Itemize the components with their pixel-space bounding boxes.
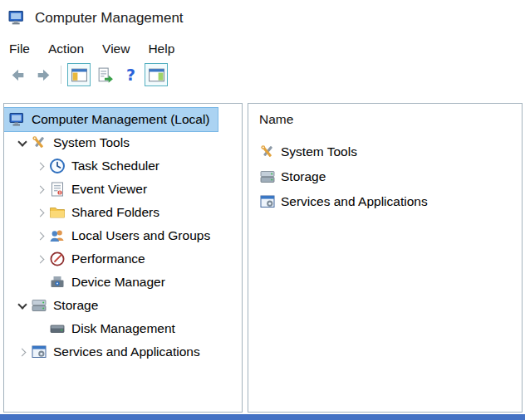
chevron-collapsed-icon[interactable] bbox=[32, 204, 49, 221]
details-item-system-tools[interactable]: System Tools bbox=[259, 139, 522, 164]
chevron-spacer bbox=[32, 320, 49, 337]
computer-management-app-icon bbox=[8, 9, 26, 27]
chevron-collapsed-icon[interactable] bbox=[32, 181, 49, 198]
tree-item-performance[interactable]: Performance bbox=[4, 247, 242, 271]
chevron-expanded-icon[interactable] bbox=[14, 134, 31, 151]
tree-item-label: Shared Folders bbox=[71, 205, 159, 220]
disk-icon bbox=[49, 320, 66, 337]
computer-icon bbox=[9, 111, 26, 128]
export-list-button[interactable] bbox=[93, 63, 116, 86]
console-tree-icon bbox=[71, 66, 88, 84]
chevron-spacer bbox=[32, 274, 49, 291]
menu-help[interactable]: Help bbox=[139, 37, 184, 61]
tree-item-label: Performance bbox=[71, 252, 145, 266]
chevron-expanded-icon[interactable] bbox=[14, 297, 31, 314]
tree-item-label: Event Viewer bbox=[71, 182, 147, 197]
clock-icon bbox=[49, 158, 66, 174]
help-button[interactable]: ? bbox=[119, 63, 142, 86]
storage-drives-icon bbox=[31, 297, 47, 314]
chevron-collapsed-icon[interactable] bbox=[32, 227, 49, 244]
back-arrow-icon bbox=[9, 66, 27, 84]
tree-item-label: Storage bbox=[53, 298, 98, 313]
performance-gauge-icon bbox=[49, 251, 66, 267]
details-pane: Name System Tools Storage Services and A… bbox=[248, 103, 523, 413]
tree-item-label: Task Scheduler bbox=[71, 159, 159, 173]
tree-item-label: Services and Applications bbox=[53, 344, 200, 359]
details-item-label: Services and Applications bbox=[281, 194, 428, 209]
tree-item-label: Local Users and Groups bbox=[71, 228, 210, 243]
forward-button[interactable] bbox=[32, 63, 55, 86]
tree-item-device-manager[interactable]: Device Manager bbox=[4, 271, 242, 294]
svg-text:?: ? bbox=[126, 66, 135, 84]
menu-action[interactable]: Action bbox=[39, 37, 93, 61]
tree-item-shared-folders[interactable]: Shared Folders bbox=[4, 201, 242, 224]
back-button[interactable] bbox=[6, 63, 29, 86]
window-bottom-edge bbox=[0, 414, 525, 420]
users-icon bbox=[49, 227, 66, 244]
tree-item-system-tools[interactable]: System Tools bbox=[4, 131, 242, 154]
toolbar: ? bbox=[0, 63, 525, 86]
show-hide-action-pane-button[interactable] bbox=[145, 63, 168, 86]
chevron-collapsed-icon[interactable] bbox=[14, 344, 31, 360]
tools-icon bbox=[259, 144, 276, 160]
export-list-icon bbox=[96, 66, 114, 84]
tree-item-local-users-and-groups[interactable]: Local Users and Groups bbox=[4, 224, 242, 247]
tools-icon bbox=[31, 134, 47, 151]
window-title: Computer Management bbox=[35, 10, 184, 27]
tree-item-label: Computer Management (Local) bbox=[32, 112, 210, 127]
console-tree-pane: Computer Management (Local) System Tools… bbox=[3, 103, 243, 413]
device-icon bbox=[49, 274, 66, 291]
menu-bar: File Action View Help bbox=[0, 37, 525, 61]
name-column-header[interactable]: Name bbox=[259, 112, 522, 127]
tree-item-label: Disk Management bbox=[71, 321, 175, 336]
action-pane-icon bbox=[148, 66, 165, 84]
forward-arrow-icon bbox=[35, 66, 52, 84]
services-icon bbox=[31, 344, 47, 360]
services-icon bbox=[259, 193, 276, 210]
tree-item-storage[interactable]: Storage bbox=[4, 294, 242, 317]
menu-view[interactable]: View bbox=[93, 37, 139, 61]
menu-file[interactable]: File bbox=[0, 37, 39, 61]
tree-item-task-scheduler[interactable]: Task Scheduler bbox=[4, 154, 242, 178]
storage-drives-icon bbox=[259, 168, 276, 185]
details-item-label: System Tools bbox=[281, 144, 357, 159]
chevron-collapsed-icon[interactable] bbox=[32, 251, 49, 267]
tree-item-label: Device Manager bbox=[71, 275, 165, 290]
tree-item-services-and-applications[interactable]: Services and Applications bbox=[4, 340, 242, 364]
help-question-icon: ? bbox=[122, 66, 140, 84]
details-item-services-and-applications[interactable]: Services and Applications bbox=[259, 189, 522, 214]
details-item-storage[interactable]: Storage bbox=[259, 164, 522, 189]
toolbar-separator bbox=[61, 66, 61, 84]
shared-folder-icon bbox=[49, 204, 66, 221]
details-item-label: Storage bbox=[281, 169, 326, 184]
chevron-collapsed-icon[interactable] bbox=[32, 158, 49, 174]
title-bar: Computer Management bbox=[0, 0, 525, 27]
tree-item-computer-management-local[interactable]: Computer Management (Local) bbox=[4, 108, 218, 131]
event-log-icon bbox=[49, 181, 66, 198]
tree-item-event-viewer[interactable]: Event Viewer bbox=[4, 178, 242, 201]
tree-item-label: System Tools bbox=[53, 135, 130, 150]
computer-management-window: Computer Management File Action View Hel… bbox=[0, 0, 525, 86]
show-hide-console-tree-button[interactable] bbox=[67, 63, 91, 86]
tree-item-disk-management[interactable]: Disk Management bbox=[4, 317, 242, 340]
